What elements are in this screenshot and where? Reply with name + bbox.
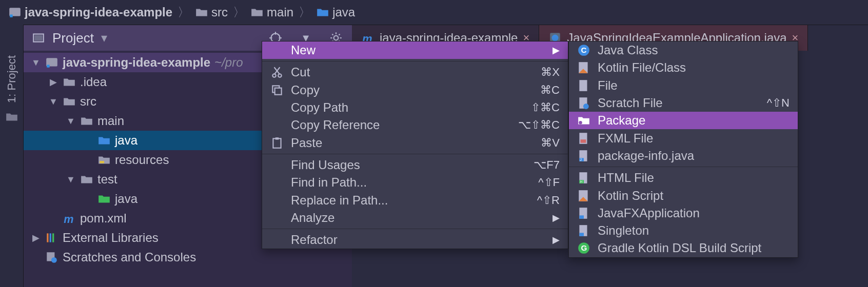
svg-text:H: H [580,180,582,183]
folder-icon [80,114,93,128]
source-folder-icon [316,6,329,19]
resources-folder-icon [97,153,111,167]
svg-point-9 [334,36,339,40]
svg-rect-16 [52,233,54,242]
menu-item-copy[interactable]: Copy ⌘C [262,81,568,99]
menu-label: Find Usages [291,158,526,172]
menu-item-analyze[interactable]: Analyze ▶ [262,209,568,227]
tree-item-scratches[interactable]: ▶ Scratches and Consoles [24,248,352,267]
svg-rect-1 [10,14,12,17]
chevron-down-icon[interactable]: ▾ [101,31,107,45]
submenu-item-file[interactable]: File [569,77,798,94]
menu-label: JavaFXApplication [598,206,790,220]
submenu-item-singleton[interactable]: Singleton [569,222,798,239]
chevron-down-icon: ▼ [31,57,41,68]
svg-rect-31 [579,80,587,91]
chevron-right-icon: ▶ [553,45,560,56]
chevron-right-icon: ▶ [48,76,58,88]
svg-text:J: J [580,158,581,161]
submenu-item-html[interactable]: H HTML File [569,169,798,187]
tree-label: java-spring-idea-example [63,55,210,70]
submenu-item-fxml[interactable]: FXML File [569,129,798,147]
chevron-right-icon: ▶ [553,234,560,245]
menu-label: Singleton [598,223,790,238]
breadcrumb: java-spring-idea-example 〉 src 〉 main 〉 … [0,0,868,25]
svg-point-21 [552,35,559,42]
menu-label: Copy Reference [291,118,511,132]
chevron-right-icon: 〉 [298,4,312,20]
menu-item-new[interactable]: New ▶ [262,42,568,59]
folder-icon [80,173,93,186]
submenu-item-javafx[interactable]: JavaFXApplication [569,204,798,222]
menu-item-cut[interactable]: Cut ⌘X [262,64,568,81]
chevron-right-icon: 〉 [232,4,246,20]
menu-item-refactor[interactable]: Refactor ▶ [262,231,568,249]
scratch-file-icon [577,96,590,110]
test-folder-icon [97,192,111,206]
spacer: ▶ [83,154,93,166]
svg-rect-14 [47,233,48,242]
svg-text:m: m [64,213,73,225]
context-menu: New ▶ Cut ⌘X Copy ⌘C Copy Path ⇧⌘C Copy … [262,41,568,249]
spacer: ▶ [83,193,93,204]
submenu-item-scratch-file[interactable]: Scratch File ^⇧N [569,94,798,112]
project-tool-tab[interactable]: 1: Project [5,55,18,103]
chevron-right-icon: ▶ [553,212,560,223]
shortcut: ^⇧R [537,194,560,207]
tree-label: test [97,172,117,187]
breadcrumb-item-main[interactable]: main [247,4,297,20]
menu-item-replace-in-path[interactable]: Replace in Path... ^⇧R [262,191,568,209]
svg-rect-25 [275,88,282,94]
separator [262,61,568,61]
breadcrumb-item-project[interactable]: java-spring-idea-example [5,4,175,20]
menu-label: HTML File [598,171,790,185]
folder-icon [195,6,208,19]
menu-item-find-usages[interactable]: Find Usages ⌥F7 [262,156,568,174]
breadcrumb-item-src[interactable]: src [192,4,231,20]
html-icon: H [577,171,590,184]
tree-label: java [115,192,137,206]
separator [262,154,568,154]
folder-icon [63,75,76,89]
menu-label: Cut [291,65,534,79]
submenu-item-kotlin-file[interactable]: Kotlin File/Class [569,59,798,76]
folder-icon [250,6,264,19]
project-view-icon [32,31,45,45]
shortcut: ⇧⌘C [531,101,560,114]
menu-label: Replace in Path... [291,193,530,208]
breadcrumb-label: java-spring-idea-example [25,5,172,19]
separator [262,229,568,229]
submenu-item-kotlin-script[interactable]: Kotlin Script [569,187,798,204]
copy-icon [270,84,284,97]
java-class-icon: C [577,44,590,57]
svg-point-33 [583,104,589,109]
separator [569,167,798,167]
chevron-right-icon: 〉 [176,4,191,20]
menu-label: Kotlin File/Class [598,60,790,75]
java-file-icon [577,207,590,220]
svg-rect-45 [579,215,584,219]
menu-item-copy-path[interactable]: Copy Path ⇧⌘C [262,99,568,116]
file-icon [577,79,590,92]
project-panel-title[interactable]: Project [52,30,94,46]
package-icon [577,114,590,127]
svg-text:C: C [581,46,587,55]
submenu-item-package-info[interactable]: J package-info.java [569,147,798,165]
menu-item-paste[interactable]: Paste ⌘V [262,134,568,151]
menu-label: Kotlin Script [598,189,790,203]
breadcrumb-item-java[interactable]: java [313,4,358,20]
submenu-item-package[interactable]: Package [569,112,798,129]
menu-item-copy-reference[interactable]: Copy Reference ⌥⇧⌘C [262,116,568,134]
tree-label: External Libraries [63,231,159,245]
menu-label: Paste [291,136,534,150]
menu-label: Gradle Kotlin DSL Build Script [598,241,790,255]
svg-point-18 [51,257,57,263]
new-submenu: C Java Class Kotlin File/Class File Scra… [568,41,798,258]
submenu-item-gradle-kotlin[interactable]: G Gradle Kotlin DSL Build Script [569,239,798,257]
submenu-item-java-class[interactable]: C Java Class [569,42,798,59]
shortcut: ⌘V [541,136,560,150]
menu-label: package-info.java [598,149,790,163]
tree-label: pom.xml [80,211,127,225]
kotlin-file-icon [577,61,590,74]
menu-item-find-in-path[interactable]: Find in Path... ^⇧F [262,174,568,191]
